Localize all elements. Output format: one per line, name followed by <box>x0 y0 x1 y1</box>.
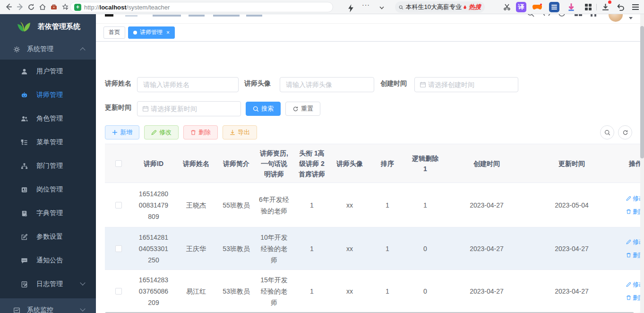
col-teacher-id: 讲师ID <box>132 144 175 183</box>
reset-button[interactable]: 重置 <box>285 102 320 116</box>
pencil-icon <box>626 282 631 287</box>
sidebar-item-teacher-management[interactable]: 讲师管理 <box>0 83 96 107</box>
close-tab-icon[interactable]: × <box>166 29 170 36</box>
sidebar-item-log-management[interactable]: 日志管理 <box>0 272 96 296</box>
pencil-icon <box>626 196 631 201</box>
row-edit-link[interactable]: 修改 <box>626 236 640 248</box>
reload-icon[interactable] <box>26 1 37 13</box>
vertical-scrollbar-thumb[interactable] <box>640 26 644 158</box>
scissors-icon[interactable] <box>502 2 512 12</box>
header-docs-icon[interactable] <box>574 14 583 19</box>
chevron-down-icon <box>80 306 85 311</box>
row-checkbox[interactable] <box>115 288 122 295</box>
refresh-icon <box>292 106 299 112</box>
forward-icon[interactable] <box>14 1 26 13</box>
breadcrumb <box>125 15 137 17</box>
security-shield-icon[interactable]: + <box>74 4 81 11</box>
undo-icon[interactable] <box>615 2 626 12</box>
hamburger-icon[interactable] <box>105 14 113 17</box>
search-icon <box>253 106 259 112</box>
teacher-avatar-input[interactable] <box>280 81 374 88</box>
bookmark-edit-icon[interactable] <box>60 1 71 13</box>
sidebar-item-dict-management[interactable]: 字典管理 <box>0 201 96 225</box>
app-title: 若依管理系统 <box>38 22 80 31</box>
translate-extension-icon[interactable]: 译 <box>516 2 526 12</box>
row-edit-link[interactable]: 修改 <box>626 193 640 204</box>
sidebar-item-department-management[interactable]: 部门管理 <box>0 154 96 178</box>
row-delete-link[interactable]: 删除 <box>626 206 640 217</box>
home-icon[interactable] <box>37 1 48 13</box>
gamepad-extension-icon[interactable] <box>532 2 542 12</box>
main-area: 首页 讲师管理 × 讲师姓名 讲师头像 创建时间 更新时间 搜索 <box>96 14 640 313</box>
calendar-icon <box>420 81 426 88</box>
row-delete-link[interactable]: 删除 <box>626 292 640 304</box>
sidebar-item-system-monitor[interactable]: 系统监控 <box>0 298 96 313</box>
sidebar-item-notice[interactable]: 通知公告 <box>0 249 96 272</box>
apps-grid-icon[interactable] <box>583 2 593 12</box>
list-extension-icon[interactable] <box>549 2 559 12</box>
downloads-icon[interactable] <box>600 2 610 12</box>
row-checkbox[interactable] <box>115 202 122 209</box>
header-fullscreen-icon[interactable] <box>590 14 597 19</box>
refresh-table-button[interactable] <box>618 125 632 139</box>
badge-icon <box>21 186 28 193</box>
export-button[interactable]: 导出 <box>223 125 257 139</box>
header-arrows-icon[interactable] <box>542 14 551 19</box>
col-teacher-title: 头衔 1高级讲师 2 首席讲师 <box>293 144 331 183</box>
toolbox-icon[interactable] <box>48 1 60 13</box>
create-time-field[interactable] <box>414 77 518 92</box>
pencil-icon <box>151 130 157 135</box>
sidebar-item-system-management[interactable]: 系统管理 <box>0 39 96 60</box>
tab-home[interactable]: 首页 <box>103 26 125 39</box>
header-refresh-icon[interactable] <box>558 14 566 19</box>
download-arrow-extension-icon[interactable] <box>566 2 576 12</box>
create-time-label: 创建时间 <box>380 79 407 88</box>
chevron-down-icon[interactable] <box>379 5 384 9</box>
url-bar[interactable]: + http://localhost/system/teacher <box>70 2 333 12</box>
col-teacher-avatar: 讲师头像 <box>331 144 369 183</box>
refresh-icon <box>622 130 628 136</box>
avatar-caret-icon[interactable] <box>629 17 633 19</box>
create-time-input[interactable] <box>426 81 518 88</box>
tab-teacher-management[interactable]: 讲师管理 × <box>128 26 175 39</box>
delete-button[interactable]: 删除 <box>183 125 218 139</box>
sidebar-item-post-management[interactable]: 岗位管理 <box>0 178 96 201</box>
sidebar-item-menu-management[interactable]: 菜单管理 <box>0 130 96 154</box>
sidebar-item-role-management[interactable]: 角色管理 <box>0 107 96 130</box>
toggle-search-button[interactable] <box>600 125 614 139</box>
browser-menu-icon[interactable] <box>630 2 641 12</box>
hot-search-badge: 热搜 <box>469 3 481 11</box>
robot-face-icon <box>21 92 28 99</box>
back-icon[interactable] <box>3 1 14 13</box>
plus-icon <box>112 130 118 135</box>
teacher-name-input[interactable] <box>137 81 238 88</box>
header-search-icon[interactable] <box>527 14 534 19</box>
select-all-checkbox[interactable] <box>115 160 122 167</box>
trash-icon <box>626 209 631 214</box>
logo-row[interactable]: 若依管理系统 <box>0 14 96 39</box>
row-checkbox[interactable] <box>115 245 122 252</box>
col-actions: 操作 <box>614 144 640 183</box>
row-delete-link[interactable]: 删除 <box>626 250 640 261</box>
more-dots-icon[interactable]: ··· <box>362 1 370 9</box>
flame-icon <box>463 4 467 10</box>
col-update-time: 更新时间 <box>529 144 614 183</box>
teacher-name-field[interactable] <box>137 77 239 92</box>
update-time-field[interactable] <box>137 101 241 116</box>
col-logic-delete: 逻辑删除 1 <box>406 144 444 183</box>
url-text: http://localhost/system/teacher <box>84 4 170 11</box>
navbar-remnant <box>96 14 640 24</box>
user-avatar[interactable] <box>609 14 623 22</box>
vertical-scrollbar[interactable] <box>640 14 644 313</box>
browser-search-box[interactable]: 本科生10大高薪专业 热搜 <box>395 1 485 13</box>
tab-bar: 首页 讲师管理 × <box>96 24 640 42</box>
sidebar-item-user-management[interactable]: 用户管理 <box>0 60 96 83</box>
sidebar-item-param-settings[interactable]: 参数设置 <box>0 225 96 249</box>
row-edit-link[interactable]: 修改 <box>626 279 640 290</box>
update-time-input[interactable] <box>149 105 240 113</box>
lightning-icon[interactable] <box>345 2 356 14</box>
add-button[interactable]: 新增 <box>105 125 139 139</box>
edit-button[interactable]: 修改 <box>144 125 179 139</box>
search-button[interactable]: 搜索 <box>246 102 281 116</box>
teacher-avatar-field[interactable] <box>280 77 374 92</box>
